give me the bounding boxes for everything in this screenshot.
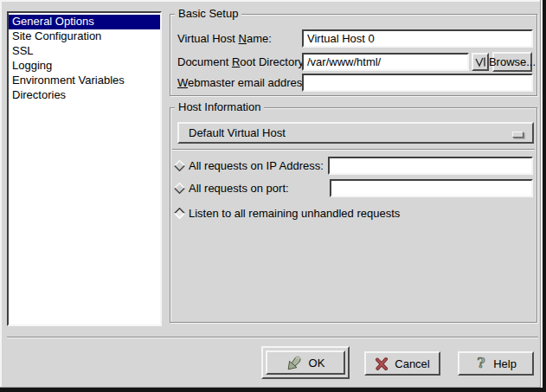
radio-unchecked-icon <box>174 160 185 171</box>
svg-text:?: ? <box>477 356 485 371</box>
browse-button[interactable]: Browse... <box>492 52 532 72</box>
webmaster-email-label: Webmaster email address: <box>177 74 311 92</box>
host-information-frame: Host Information Default Virtual Host Al… <box>170 107 537 323</box>
radio-row-ip-address[interactable]: All requests on IP Address: <box>170 153 535 176</box>
basic-setup-frame: Basic Setup Virtual Host Name: Document … <box>170 14 537 96</box>
document-root-field[interactable] <box>302 53 469 71</box>
host-type-selected-value: Default Virtual Host <box>189 126 286 139</box>
virtual-host-name-field[interactable] <box>302 29 533 48</box>
help-button[interactable]: ? Help <box>458 351 534 376</box>
radio-listen-all-label: Listen to all remaining unhandled reques… <box>189 204 400 222</box>
sidebar-item-site-configuration[interactable]: Site Configuration <box>9 29 160 44</box>
sidebar-item-environment-variables[interactable]: Environment Variables <box>9 74 160 88</box>
radio-unchecked-icon <box>174 183 185 194</box>
cancel-button[interactable]: Cancel <box>364 351 440 376</box>
help-button-label: Help <box>493 357 517 370</box>
virtual-host-properties-window: General Options Site Configuration SSL L… <box>0 0 546 392</box>
history-dropdown-icon <box>474 55 486 68</box>
radio-row-port[interactable]: All requests on port: <box>170 176 535 198</box>
radio-port-label: All requests on port: <box>189 179 289 197</box>
help-question-icon: ? <box>475 356 487 371</box>
buttons-separator <box>7 337 538 337</box>
radio-checked-icon <box>174 208 185 219</box>
ip-address-field[interactable] <box>328 157 533 175</box>
port-field[interactable] <box>330 179 533 197</box>
sidebar-item-directories[interactable]: Directories <box>9 88 160 103</box>
cancel-button-label: Cancel <box>395 357 429 370</box>
ok-arrow-icon <box>286 355 303 371</box>
host-type-separator <box>172 149 535 150</box>
host-type-dropdown[interactable]: Default Virtual Host <box>177 122 534 144</box>
cancel-x-icon <box>375 357 389 370</box>
sidebar-item-general-options[interactable]: General Options <box>9 15 160 29</box>
history-dropdown-button[interactable] <box>472 53 489 71</box>
section-list[interactable]: General Options Site Configuration SSL L… <box>7 11 162 326</box>
sidebar-item-ssl[interactable]: SSL <box>9 44 160 59</box>
ok-button-label: OK <box>309 357 325 370</box>
document-root-label: Document Root Directory: <box>177 53 307 71</box>
radio-row-listen-all[interactable]: Listen to all remaining unhandled reques… <box>170 201 535 223</box>
webmaster-email-field[interactable] <box>302 74 533 92</box>
host-information-legend: Host Information <box>175 100 264 114</box>
ok-button[interactable]: OK <box>266 350 345 375</box>
basic-setup-legend: Basic Setup <box>175 7 241 21</box>
option-menu-indicator-icon <box>512 132 524 138</box>
ok-default-ring: OK <box>261 346 350 379</box>
radio-ip-address-label: All requests on IP Address: <box>189 157 324 175</box>
sidebar-item-logging[interactable]: Logging <box>9 59 160 74</box>
virtual-host-name-label: Virtual Host Name: <box>177 29 272 48</box>
